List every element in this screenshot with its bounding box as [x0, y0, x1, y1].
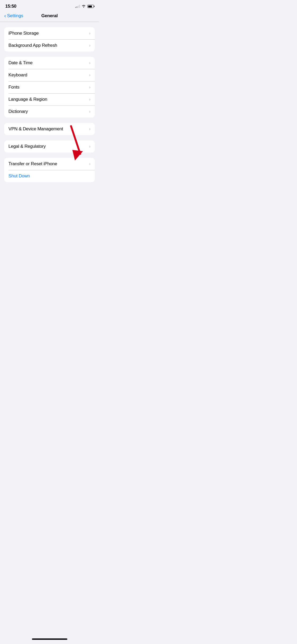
row-label-legal-regulatory: Legal & Regulatory — [8, 144, 46, 149]
row-label-language-region: Language & Region — [8, 97, 47, 102]
list-item-legal-regulatory[interactable]: Legal & Regulatory › — [4, 140, 95, 153]
chevron-right-icon: › — [89, 31, 91, 36]
list-item-fonts[interactable]: Fonts › — [4, 81, 95, 93]
settings-group-4: Legal & Regulatory › — [4, 140, 95, 153]
chevron-right-icon: › — [89, 144, 91, 149]
row-label-dictionary: Dictionary — [8, 109, 28, 114]
row-label-keyboard: Keyboard — [8, 72, 27, 78]
row-label-transfer-reset-iphone: Transfer or Reset iPhone — [8, 161, 57, 167]
settings-group-1: iPhone Storage › Background App Refresh … — [4, 27, 95, 52]
back-chevron-icon: ‹ — [4, 13, 6, 19]
status-time: 15:50 — [5, 4, 16, 9]
chevron-right-icon: › — [89, 43, 91, 48]
row-label-background-app-refresh: Background App Refresh — [8, 43, 57, 48]
chevron-right-icon: › — [89, 161, 91, 167]
list-item-date-time[interactable]: Date & Time › — [4, 57, 95, 69]
settings-group-3: VPN & Device Management › — [4, 123, 95, 135]
wifi-icon — [82, 4, 86, 9]
row-label-vpn-device-management: VPN & Device Management — [8, 126, 63, 132]
chevron-right-icon: › — [89, 109, 91, 114]
content: iPhone Storage › Background App Refresh … — [0, 22, 99, 187]
battery-icon — [87, 5, 94, 8]
page-title: General — [41, 13, 58, 19]
chevron-right-icon: › — [89, 72, 91, 78]
chevron-right-icon: › — [89, 85, 91, 90]
list-item-dictionary[interactable]: Dictionary › — [4, 105, 95, 118]
row-label-fonts: Fonts — [8, 85, 20, 90]
status-icons — [75, 4, 94, 9]
chevron-right-icon: › — [89, 60, 91, 66]
back-button[interactable]: ‹ Settings — [4, 13, 23, 19]
chevron-right-icon: › — [89, 126, 91, 132]
list-item-shut-down[interactable]: Shut Down — [4, 170, 95, 182]
row-label-shut-down: Shut Down — [8, 173, 30, 179]
list-item-iphone-storage[interactable]: iPhone Storage › — [4, 27, 95, 39]
signal-icon — [75, 5, 80, 8]
list-item-language-region[interactable]: Language & Region › — [4, 93, 95, 105]
settings-group-2: Date & Time › Keyboard › Fonts › Languag… — [4, 57, 95, 118]
row-label-date-time: Date & Time — [8, 60, 32, 66]
settings-group-5: Transfer or Reset iPhone › Shut Down — [4, 158, 95, 182]
back-label: Settings — [7, 13, 23, 19]
list-item-background-app-refresh[interactable]: Background App Refresh › — [4, 39, 95, 52]
nav-bar: ‹ Settings General — [0, 11, 99, 22]
status-bar: 15:50 — [0, 0, 99, 11]
chevron-right-icon: › — [89, 97, 91, 102]
list-item-keyboard[interactable]: Keyboard › — [4, 69, 95, 81]
row-label-iphone-storage: iPhone Storage — [8, 31, 39, 36]
list-item-vpn-device-management[interactable]: VPN & Device Management › — [4, 123, 95, 135]
list-item-transfer-reset-iphone[interactable]: Transfer or Reset iPhone › — [4, 158, 95, 170]
